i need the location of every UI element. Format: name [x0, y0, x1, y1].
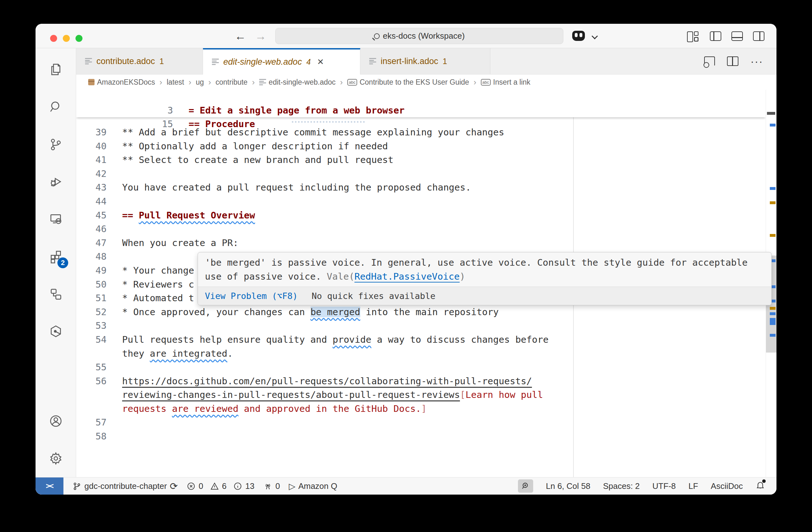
- explorer-icon[interactable]: [35, 51, 76, 88]
- ports-item[interactable]: 0: [263, 481, 280, 491]
- breadcrumb-item[interactable]: AmazonEKSDocs: [88, 78, 155, 87]
- settings-gear-icon[interactable]: [35, 440, 76, 477]
- code-line: 41** Select to create a new branch and p…: [76, 153, 764, 167]
- breadcrumb-item[interactable]: ug: [196, 78, 204, 87]
- breadcrumb-item[interactable]: latest: [166, 78, 184, 87]
- problems-item[interactable]: 0 6 13: [187, 481, 255, 491]
- encoding-item[interactable]: UTF-8: [652, 481, 676, 491]
- customize-layout-icon[interactable]: [687, 31, 700, 41]
- code-line: 46: [76, 222, 764, 236]
- breadcrumb-separator: ›: [252, 77, 255, 87]
- close-tab-icon[interactable]: ✕: [317, 57, 324, 67]
- notifications-bell-icon[interactable]: [756, 480, 765, 492]
- code-line: reviewing-changes-in-pull-requests/about…: [76, 388, 764, 402]
- line-number: 51: [76, 291, 106, 305]
- line-number: 49: [76, 264, 106, 278]
- toggle-primary-sidebar-icon[interactable]: [710, 31, 721, 41]
- tab-edit-single-web-adoc[interactable]: edit-single-web.adoc 4 ✕: [203, 48, 360, 74]
- code-line: 54Pull requests help ensure quality and …: [76, 333, 764, 347]
- editor-viewport[interactable]: 39** Add a brief but descriptive commit …: [76, 90, 777, 477]
- code-line: 47When you create a PR:: [76, 236, 764, 250]
- vscode-window: ← → eks-docs (Workspace): [35, 24, 777, 494]
- line-number: 53: [76, 319, 106, 333]
- search-sidebar-icon[interactable]: [35, 88, 76, 125]
- breadcrumb-item[interactable]: edit-single-web.adoc: [259, 78, 336, 87]
- breadcrumb-item[interactable]: contribute: [215, 78, 247, 87]
- line-number: 50: [76, 278, 106, 292]
- no-quick-fixes-label: No quick fixes available: [312, 291, 435, 301]
- breadcrumb-label: edit-single-web.adoc: [269, 78, 336, 87]
- tab-problem-badge: 1: [160, 57, 164, 66]
- maximize-window-button[interactable]: [75, 35, 83, 42]
- command-center-search[interactable]: eks-docs (Workspace): [275, 28, 563, 44]
- code-line: 57: [76, 416, 764, 430]
- remote-indicator[interactable]: ><: [35, 477, 63, 494]
- line-number: 45: [76, 209, 106, 223]
- minimize-window-button[interactable]: [63, 35, 70, 42]
- info-marker: [770, 187, 775, 190]
- search-icon: [374, 33, 380, 39]
- breadcrumb-separator: ›: [474, 77, 476, 87]
- code-line: 43You have created a pull request includ…: [76, 181, 764, 195]
- hidden-line-squiggle: [292, 121, 365, 123]
- title-bar: ← → eks-docs (Workspace): [35, 24, 777, 48]
- amazon-q-icon[interactable]: [35, 313, 76, 350]
- close-window-button[interactable]: [50, 35, 57, 42]
- warning-icon: [210, 482, 219, 491]
- line-number: 43: [76, 181, 106, 195]
- navigate-back-button[interactable]: ←: [235, 24, 246, 48]
- indentation-item[interactable]: Spaces: 2: [603, 481, 640, 491]
- line-number: 52: [76, 305, 106, 319]
- line-number: 46: [76, 222, 106, 236]
- workspace-title: eks-docs (Workspace): [383, 31, 465, 41]
- language-mode-item[interactable]: AsciiDoc: [711, 481, 743, 491]
- warning-marker: [770, 307, 775, 310]
- branch-icon: [72, 482, 82, 491]
- line-number: 47: [76, 236, 106, 250]
- accounts-icon[interactable]: [35, 402, 76, 440]
- info-marker: [770, 312, 775, 315]
- more-actions-icon[interactable]: ···: [751, 58, 763, 64]
- sticky-line[interactable]: 3= Edit a single page from a web browser: [76, 90, 766, 104]
- tab-insert-link-adoc[interactable]: insert-link.adoc 1: [360, 48, 490, 74]
- code-line: 58: [76, 430, 764, 444]
- code-line: requests are reviewed and approved in th…: [76, 402, 764, 416]
- hierarchy-view-icon[interactable]: [35, 275, 76, 313]
- copilot-chevron-down-icon[interactable]: [592, 33, 598, 39]
- view-problem-button[interactable]: View Problem (⌥F8): [205, 291, 298, 301]
- toggle-secondary-sidebar-icon[interactable]: [753, 31, 765, 41]
- line-number: 57: [76, 416, 106, 430]
- line-number: 55: [76, 360, 106, 374]
- line-number: 58: [76, 430, 106, 444]
- symbol-string-icon: abc: [481, 79, 491, 86]
- copilot-icon[interactable]: [572, 31, 585, 41]
- navigate-forward-button[interactable]: →: [255, 24, 266, 48]
- file-lines-icon: [212, 59, 219, 65]
- open-preview-icon[interactable]: [704, 56, 715, 66]
- sticky-heading: = Edit a single page from a web browser: [189, 105, 405, 116]
- zoom-indicator[interactable]: [518, 479, 533, 493]
- vale-rule-link[interactable]: RedHat.PassiveVoice: [354, 271, 460, 282]
- git-branch-item[interactable]: gdc-contribute-chapter ⟳: [72, 481, 178, 492]
- breadcrumb-separator: ›: [340, 77, 343, 87]
- breadcrumb-label: Insert a link: [493, 78, 531, 87]
- toggle-panel-icon[interactable]: [731, 31, 743, 41]
- sync-icon[interactable]: ⟳: [170, 481, 178, 492]
- tab-contribute-adoc[interactable]: contribute.adoc 1: [76, 48, 203, 74]
- eol-item[interactable]: LF: [688, 481, 698, 491]
- run-debug-icon[interactable]: [35, 163, 76, 201]
- cursor-position-item[interactable]: Ln 6, Col 58: [546, 481, 590, 491]
- breadcrumb-item[interactable]: abcContribute to the EKS User Guide: [347, 78, 469, 87]
- split-editor-icon[interactable]: [727, 56, 738, 66]
- line-number: 48: [76, 250, 106, 264]
- radio-tower-icon: [263, 482, 273, 491]
- source-control-icon[interactable]: [35, 125, 76, 163]
- info-marker: [770, 318, 775, 325]
- breadcrumb-item[interactable]: abcInsert a link: [481, 78, 531, 87]
- file-lines-icon: [85, 58, 92, 64]
- tab-problem-badge: 4: [306, 57, 311, 66]
- amazon-q-item[interactable]: ▷ Amazon Q: [289, 481, 337, 491]
- extensions-icon[interactable]: 2: [35, 238, 76, 275]
- symbol-string-icon: abc: [347, 79, 357, 86]
- remote-explorer-icon[interactable]: [35, 201, 76, 238]
